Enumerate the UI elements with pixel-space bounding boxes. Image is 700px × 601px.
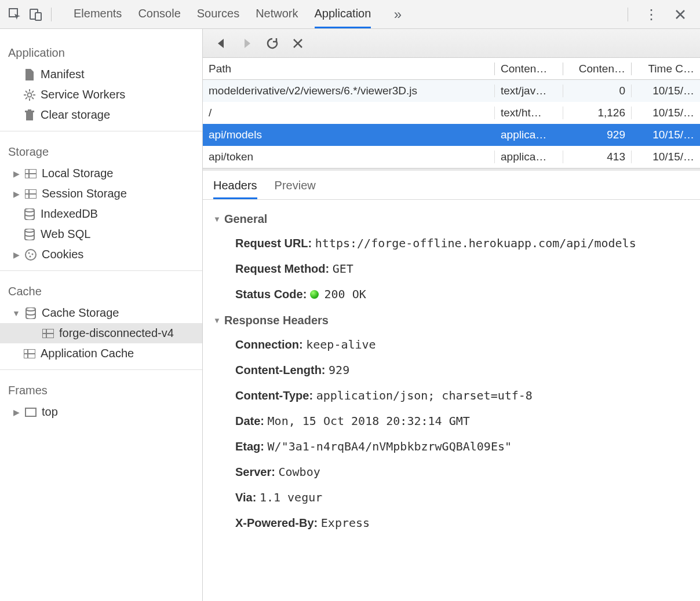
section-application: Application [0, 38, 202, 64]
sidebar-item-cookies[interactable]: ▶ Cookies [0, 244, 202, 265]
caret-right-icon: ▶ [13, 169, 20, 178]
tab-network[interactable]: Network [256, 0, 298, 28]
sidebar-item-session-storage[interactable]: ▶ Session Storage [0, 184, 202, 204]
section-label: Response Headers [224, 314, 329, 327]
sidebar-item-label: Application Cache [41, 347, 134, 360]
sidebar-item-manifest[interactable]: Manifest [0, 64, 202, 85]
nav-forward-icon[interactable] [239, 35, 255, 52]
toggle-device-icon[interactable] [25, 4, 46, 25]
col-path[interactable]: Path [203, 63, 495, 75]
file-icon [23, 68, 36, 81]
caret-down-icon: ▼ [213, 316, 221, 325]
sidebar-item-label: top [42, 405, 58, 419]
inspect-element-icon[interactable] [5, 4, 25, 25]
section-general-header[interactable]: ▼ General [213, 212, 690, 226]
response-header-row: Content-Type: application/json; charset=… [213, 383, 690, 408]
tab-console[interactable]: Console [138, 0, 180, 28]
tab-application[interactable]: Application [315, 0, 371, 28]
col-content-length[interactable]: Conten… [563, 63, 632, 75]
svg-line-8 [25, 91, 27, 93]
sidebar-item-clear-storage[interactable]: Clear storage [0, 105, 202, 125]
caret-right-icon: ▶ [13, 408, 20, 417]
col-time-cached[interactable]: Time C… [632, 63, 700, 75]
svg-line-9 [32, 97, 34, 99]
cell-tc: 10/15/… [632, 129, 700, 141]
nav-back-icon[interactable] [213, 35, 229, 52]
sidebar-item-cache-storage[interactable]: ▼ Cache Storage [0, 303, 202, 323]
col-content-type[interactable]: Conten… [495, 63, 563, 75]
more-tabs-icon[interactable]: » [387, 4, 408, 25]
table-row[interactable]: modelderivative/v2/viewers/6.*/viewer3D.… [203, 80, 700, 102]
table-header-row: Path Conten… Conten… Time C… [203, 58, 700, 80]
general-status-code: Status Code: 200 OK [213, 281, 690, 307]
sidebar-item-service-workers[interactable]: Service Workers [0, 85, 202, 105]
cell-cl: 1,126 [563, 107, 632, 119]
grid-icon [24, 188, 37, 200]
response-header-row: Etag: W/"3a1-n4rqBA4/nVMpbkbzrwGQBAl09Es… [213, 434, 690, 459]
table-row[interactable]: api/token applica… 413 10/15/… [203, 146, 700, 168]
response-header-row: Connection: keep-alive [213, 332, 690, 357]
svg-point-27 [26, 307, 35, 311]
devtools-top-tabs: Elements Console Sources Network Applica… [0, 0, 700, 29]
section-response-headers[interactable]: ▼ Response Headers [213, 314, 690, 327]
sidebar-item-label: Web SQL [41, 228, 90, 241]
db-icon [23, 228, 36, 241]
cell-cl: 929 [563, 129, 632, 141]
cell-ct: applica… [495, 151, 563, 163]
delete-icon[interactable] [290, 35, 306, 52]
cell-ct: applica… [495, 129, 563, 141]
application-sidebar: Application Manifest Service Workers Cle… [0, 29, 203, 601]
top-tabs-container: Elements Console Sources Network Applica… [74, 0, 623, 28]
sidebar-item-websql[interactable]: Web SQL [0, 224, 202, 244]
svg-point-23 [25, 250, 36, 260]
sidebar-item-frame-top[interactable]: ▶ top [0, 402, 202, 422]
caret-right-icon: ▶ [13, 189, 20, 199]
sidebar-item-label: Clear storage [41, 108, 110, 122]
close-devtools-icon[interactable] [670, 4, 691, 25]
svg-rect-13 [25, 111, 34, 112]
section-label: General [224, 212, 267, 226]
sidebar-item-label: Session Storage [42, 187, 127, 200]
sidebar-item-label: forge-disconnected-v4 [59, 327, 174, 340]
cell-path: modelderivative/v2/viewers/6.*/viewer3D.… [203, 85, 495, 97]
grid-icon [42, 327, 54, 340]
section-storage: Storage [0, 137, 202, 163]
toolbar-divider [628, 8, 628, 21]
response-header-row: Content-Length: 929 [213, 357, 690, 383]
svg-line-10 [25, 97, 27, 99]
table-row[interactable]: api/models applica… 929 10/15/… [203, 124, 700, 146]
detail-toolbar [203, 29, 700, 58]
cell-path: / [203, 107, 495, 119]
sidebar-item-cache-entry[interactable]: forge-disconnected-v4 [0, 323, 202, 343]
cell-ct: text/ht… [495, 107, 563, 119]
response-header-row: Date: Mon, 15 Oct 2018 20:32:14 GMT [213, 408, 690, 434]
svg-rect-34 [25, 408, 36, 416]
trash-icon [23, 109, 36, 122]
cell-tc: 10/15/… [632, 85, 700, 97]
grid-icon [24, 167, 37, 180]
table-row[interactable]: / text/ht… 1,126 10/15/… [203, 102, 700, 124]
svg-rect-2 [35, 13, 41, 20]
status-dot-icon [310, 290, 319, 299]
sidebar-item-label: Service Workers [41, 88, 125, 101]
tab-sources[interactable]: Sources [197, 0, 239, 28]
tab-preview[interactable]: Preview [275, 179, 316, 199]
sidebar-item-label: IndexedDB [41, 207, 98, 221]
db-icon [24, 307, 37, 320]
db-icon [23, 208, 36, 221]
general-request-url: Request URL: https://forge-offline.herok… [213, 230, 690, 256]
sidebar-item-application-cache[interactable]: Application Cache [0, 343, 202, 364]
refresh-icon[interactable] [264, 35, 280, 52]
cell-cl: 413 [563, 151, 632, 163]
svg-line-11 [32, 91, 34, 93]
svg-point-3 [28, 93, 32, 97]
tab-elements[interactable]: Elements [74, 0, 122, 28]
kebab-menu-icon[interactable]: ⋮ [641, 4, 662, 25]
tab-headers[interactable]: Headers [213, 179, 257, 199]
sidebar-item-indexeddb[interactable]: IndexedDB [0, 204, 202, 224]
grid-icon [23, 347, 36, 360]
sidebar-item-label: Cache Storage [42, 306, 119, 320]
sidebar-item-label: Cookies [42, 248, 83, 261]
svg-point-25 [32, 253, 34, 255]
sidebar-item-local-storage[interactable]: ▶ Local Storage [0, 163, 202, 184]
